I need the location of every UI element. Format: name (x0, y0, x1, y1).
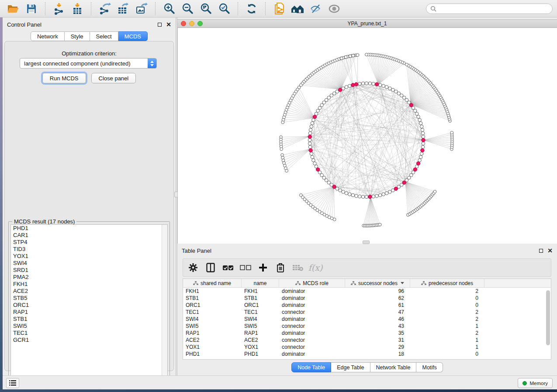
float-panel-icon[interactable] (539, 249, 543, 253)
share-network-icon[interactable] (270, 2, 288, 16)
add-column-icon[interactable] (257, 262, 269, 273)
zoom-fit-icon[interactable] (197, 2, 214, 16)
criterion-value: largest connected component (undirected) (24, 60, 131, 67)
table-cell: 1 (410, 323, 484, 329)
mcds-result-item[interactable]: SWI5 (11, 323, 167, 330)
show-all-icon[interactable] (325, 2, 343, 16)
import-table-icon[interactable] (69, 2, 86, 16)
mcds-list-scrollbar[interactable] (162, 225, 167, 381)
zoom-out-icon[interactable] (179, 2, 196, 16)
mcds-panel: Optimization criterion: largest connecte… (4, 41, 174, 371)
columns-icon[interactable] (205, 262, 216, 273)
table-row[interactable]: SWI4SWI4dominator462 (183, 316, 551, 323)
table-tabs: Node TableEdge TableNetwork TableMotifs (177, 362, 557, 372)
mcds-result-item[interactable]: SWI4 (11, 260, 167, 267)
table-tab-motifs[interactable]: Motifs (416, 362, 443, 372)
mcds-result-item[interactable]: TID3 (11, 246, 167, 253)
table-cell: ACE2 (183, 337, 242, 343)
dropdown-stepper-icon (148, 58, 156, 68)
table-row[interactable]: TEC1TEC1connector472 (183, 309, 551, 316)
task-history-button[interactable] (6, 378, 19, 388)
column-header-successor-nodes[interactable]: successor nodes (345, 279, 410, 287)
criterion-dropdown[interactable]: largest connected component (undirected) (20, 58, 157, 69)
first-neighbors-icon[interactable] (289, 2, 306, 16)
tab-mcds[interactable]: MCDS (118, 31, 148, 41)
mcds-result-item[interactable]: STB1 (11, 316, 167, 323)
refresh-icon[interactable] (243, 2, 260, 16)
mcds-result-item[interactable]: PMA2 (11, 274, 167, 281)
mcds-result-list[interactable]: PHD1CAR1STP4TID3YOX1SWI4SRD1PMA2FKH1ACE2… (10, 224, 168, 382)
zoom-in-icon[interactable] (160, 2, 178, 16)
mcds-result-item[interactable]: YOX1 (11, 253, 167, 260)
hide-selected-icon[interactable] (307, 2, 325, 16)
select-all-icon[interactable] (222, 262, 234, 273)
table-cell: STB1 (183, 295, 242, 301)
delete-icon[interactable] (275, 262, 286, 273)
mcds-result-item[interactable]: SRD1 (11, 267, 167, 274)
mcds-result-item[interactable]: RAP1 (11, 309, 167, 316)
table-cell: TEC1 (242, 309, 279, 315)
tab-network[interactable]: Network (31, 31, 65, 41)
network-graph[interactable] (178, 28, 557, 244)
close-panel-icon[interactable]: ✕ (547, 248, 553, 253)
mcds-result-item[interactable]: TEC1 (11, 330, 167, 337)
mcds-result-item[interactable]: CAR1 (11, 232, 167, 239)
table-row[interactable]: ACE2ACE2connector311 (183, 337, 551, 344)
run-mcds-button[interactable]: Run MCDS (42, 73, 86, 83)
float-panel-icon[interactable] (158, 23, 162, 27)
column-header-MCDS-role[interactable]: MCDS role (279, 279, 345, 287)
table-tab-network-table[interactable]: Network Table (370, 362, 417, 372)
table-tab-edge-table[interactable]: Edge Table (331, 362, 370, 372)
column-header-predecessor-nodes[interactable]: predecessor nodes (410, 279, 484, 287)
close-panel-icon[interactable]: ✕ (166, 22, 171, 27)
tab-select[interactable]: Select (90, 31, 118, 41)
table-row[interactable]: SWI5SWI5connector431 (183, 323, 551, 330)
deselect-all-icon[interactable] (240, 262, 251, 273)
node-table[interactable]: shared namenameMCDS rolesuccessor nodesp… (183, 279, 551, 360)
table-cell: FKH1 (242, 288, 279, 294)
export-image-icon[interactable] (133, 2, 150, 16)
table-cell: SWI4 (183, 316, 242, 322)
table-row[interactable]: FKH1FKH1dominator962 (183, 288, 551, 295)
table-scrollbar-thumb[interactable] (546, 290, 550, 345)
export-network-icon[interactable] (96, 2, 114, 16)
table-row[interactable]: YOX1YOX1connector291 (183, 344, 551, 351)
import-network-icon[interactable] (50, 2, 68, 16)
mcds-result-group: MCDS result (17 nodes) PHD1CAR1STP4TID3Y… (8, 221, 170, 384)
control-panel-title: Control Panel (7, 21, 42, 28)
table-row[interactable]: STB1STB1dominator620 (183, 295, 551, 302)
network-canvas[interactable] (177, 28, 557, 244)
mcds-result-item[interactable]: GCR1 (11, 337, 167, 344)
gear-icon[interactable] (187, 262, 199, 273)
table-row[interactable]: ORC1ORC1dominator610 (183, 302, 551, 309)
export-table-icon[interactable] (114, 2, 132, 16)
memory-button[interactable]: Memory (518, 378, 553, 388)
mcds-result-item[interactable]: STB5 (11, 295, 167, 302)
table-panel: Table Panel ✕ f(x) shared namenameMCDS r… (177, 246, 557, 375)
horizontal-divider-handle[interactable] (363, 241, 370, 244)
memory-label: Memory (529, 381, 548, 386)
open-session-icon[interactable] (4, 2, 22, 16)
toolbar-separator (45, 2, 45, 15)
table-row[interactable]: PHD1PHD1dominator180 (183, 351, 551, 358)
table-cell: RAP1 (242, 330, 279, 336)
table-row[interactable]: RAP1RAP1dominator352 (183, 330, 551, 337)
tab-style[interactable]: Style (65, 31, 90, 41)
toolbar-separator (265, 2, 266, 15)
mcds-result-item[interactable]: FKH1 (11, 281, 167, 288)
zoom-selected-icon[interactable] (215, 2, 233, 16)
column-header-name[interactable]: name (242, 279, 279, 287)
table-tab-node-table[interactable]: Node Table (291, 362, 331, 372)
save-session-icon[interactable] (23, 2, 40, 16)
close-panel-button[interactable]: Close panel (91, 73, 136, 83)
search-input[interactable] (439, 6, 548, 12)
table-cell: 47 (345, 309, 410, 315)
network-window-title: YPA_prune.txt_1 (177, 21, 557, 27)
mcds-result-item[interactable]: ORC1 (11, 302, 167, 309)
mcds-result-item[interactable]: STP4 (11, 239, 167, 246)
mcds-result-item[interactable]: ACE2 (11, 288, 167, 295)
column-header-shared-name[interactable]: shared name (183, 279, 242, 287)
function-builder-icon: f(x) (310, 262, 321, 273)
network-window-titlebar[interactable]: YPA_prune.txt_1 (177, 19, 557, 28)
mcds-result-item[interactable]: PHD1 (11, 225, 167, 232)
